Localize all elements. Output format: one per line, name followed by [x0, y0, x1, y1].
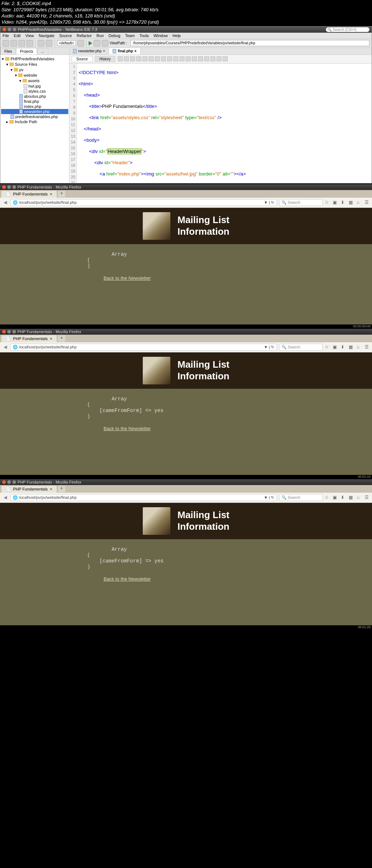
menu-icon[interactable]: ☰	[365, 495, 370, 500]
tree-final[interactable]: final.php	[1, 99, 68, 104]
toolbar-icon[interactable]	[118, 56, 123, 61]
menu-refactor[interactable]: Refactor	[77, 33, 92, 38]
back-link[interactable]: Back to the Newsletter	[54, 426, 200, 431]
files-tab[interactable]: Files	[0, 48, 16, 54]
star-icon[interactable]: ☆	[325, 495, 330, 500]
browser-tab[interactable]: 📄 PHP Fundamentals ×	[1, 486, 57, 493]
undo-icon[interactable]	[38, 40, 44, 47]
browser-tab[interactable]: 📄 PHP Fundamentals ×	[1, 335, 57, 342]
url-bar[interactable]: 🌐 localhost/pv/pv/website/final.php▼ | ↻	[10, 344, 277, 351]
menu-view[interactable]: View	[25, 33, 34, 38]
new-tab-button[interactable]: +	[58, 191, 65, 197]
history-btn[interactable]: History	[95, 56, 116, 62]
toolbar-icon[interactable]	[155, 56, 160, 61]
min-dot[interactable]	[7, 330, 11, 334]
close-dot[interactable]	[2, 480, 6, 484]
close-dot[interactable]	[2, 185, 6, 189]
toolbar-icon[interactable]	[149, 56, 154, 61]
open-icon[interactable]	[19, 40, 25, 47]
puzzle-icon[interactable]: ▦	[349, 495, 354, 500]
menu-team[interactable]: Team	[125, 33, 135, 38]
more-tab[interactable]: ...	[37, 48, 48, 54]
run-icon[interactable]	[89, 41, 92, 45]
build-icon[interactable]	[77, 40, 84, 47]
close-tab-icon[interactable]: ×	[50, 192, 52, 196]
back-link[interactable]: Back to the Newsletter	[54, 275, 200, 281]
star-icon[interactable]: ☆	[325, 200, 330, 205]
back-icon[interactable]: ◀	[2, 344, 8, 350]
max-dot[interactable]	[12, 480, 16, 484]
new-project-icon[interactable]	[11, 40, 17, 47]
redo-icon[interactable]	[46, 40, 52, 47]
home-icon[interactable]: ⌂	[357, 200, 362, 205]
box-icon[interactable]: ▣	[333, 495, 338, 500]
back-link[interactable]: Back to the Newsletter	[54, 576, 200, 582]
close-tab-icon[interactable]: ×	[50, 487, 52, 491]
box-icon[interactable]: ▣	[333, 344, 338, 350]
new-tab-button[interactable]: +	[58, 486, 65, 492]
min-dot[interactable]	[7, 185, 11, 189]
projects-tab[interactable]: Projects	[16, 48, 37, 54]
menu-navigate[interactable]: Navigate	[39, 33, 54, 38]
box-icon[interactable]: ▣	[333, 200, 338, 205]
back-icon[interactable]: ◀	[2, 494, 8, 500]
tree-index[interactable]: index.php	[1, 104, 68, 109]
toolbar-icon[interactable]	[204, 56, 209, 61]
close-dot[interactable]	[2, 330, 6, 334]
menu-run[interactable]: Run	[97, 33, 104, 38]
menu-window[interactable]: Window	[154, 33, 168, 38]
home-icon[interactable]: ⌂	[357, 344, 362, 350]
tree-hwl[interactable]: hwl.jpg	[1, 84, 68, 89]
toolbar-icon[interactable]	[136, 56, 141, 61]
toolbar-icon[interactable]	[210, 56, 215, 61]
home-icon[interactable]: ⌂	[357, 495, 362, 500]
tree-predef[interactable]: predefinedvariables.php	[1, 114, 68, 119]
tab-final[interactable]: final.php ×	[109, 48, 141, 54]
toolbar-icon[interactable]	[124, 56, 129, 61]
config-select[interactable]: <default>	[57, 40, 76, 46]
source-btn[interactable]: Source	[72, 56, 93, 62]
viewpath-field[interactable]: /home/phpvariables/Courses/PHPPredefinde…	[130, 40, 369, 46]
max-dot[interactable]	[12, 185, 16, 189]
url-bar[interactable]: 🌐 localhost/pv/pv/website/final.php▼ | ↻	[10, 494, 277, 501]
new-file-icon[interactable]	[3, 40, 9, 47]
menu-tools[interactable]: Tools	[140, 33, 149, 38]
min-dot[interactable]	[8, 28, 11, 31]
min-dot[interactable]	[7, 480, 11, 484]
tree-src[interactable]: ▾ Source Files	[1, 62, 68, 67]
profile-icon[interactable]	[102, 40, 108, 47]
search-bar[interactable]: 🔍 Search	[279, 494, 323, 501]
tree-website[interactable]: ▾ website	[1, 73, 68, 78]
tab-newsletter[interactable]: newsletter.php ×	[69, 48, 109, 54]
code-content[interactable]: <!DOCTYPE html> <html> <head> <title>PHP…	[77, 64, 247, 183]
code-area[interactable]: 1234567891011121314151617181920212223242…	[69, 64, 372, 183]
back-icon[interactable]: ◀	[2, 199, 8, 205]
search-bar[interactable]: 🔍 Search	[279, 199, 323, 206]
toolbar-icon[interactable]	[186, 56, 191, 61]
portrait-image[interactable]	[143, 507, 170, 535]
toolbar-icon[interactable]	[142, 56, 147, 61]
tree-assets[interactable]: ▾ assets	[1, 78, 68, 84]
debug-icon[interactable]	[94, 40, 100, 47]
menu-edit[interactable]: Edit	[14, 33, 21, 38]
new-tab-button[interactable]: +	[58, 335, 65, 342]
toolbar-icon[interactable]	[173, 56, 178, 61]
close-tab-icon[interactable]: ×	[50, 336, 52, 341]
toolbar-icon[interactable]	[130, 56, 135, 61]
max-dot[interactable]	[12, 330, 16, 334]
star-icon[interactable]: ☆	[325, 344, 330, 350]
search-bar[interactable]: 🔍 Search	[279, 344, 323, 351]
menu-icon[interactable]: ☰	[365, 200, 370, 205]
toolbar-icon[interactable]	[223, 56, 228, 61]
toolbar-icon[interactable]	[179, 56, 185, 61]
menu-icon[interactable]: ☰	[365, 344, 370, 350]
portrait-image[interactable]	[143, 212, 170, 240]
tree-newsletter[interactable]: newsletter.php	[1, 109, 68, 114]
menu-help[interactable]: Help	[173, 33, 181, 38]
tree-root[interactable]: ▾ PHPPredefinedVariables	[1, 56, 68, 62]
toolbar-icon[interactable]	[161, 56, 166, 61]
ide-search[interactable]: 🔍 Search (Ctrl+I)	[326, 27, 369, 32]
tree-aboutus[interactable]: aboutus.php	[1, 94, 68, 99]
max-dot[interactable]	[13, 28, 16, 31]
save-icon[interactable]	[27, 40, 33, 47]
